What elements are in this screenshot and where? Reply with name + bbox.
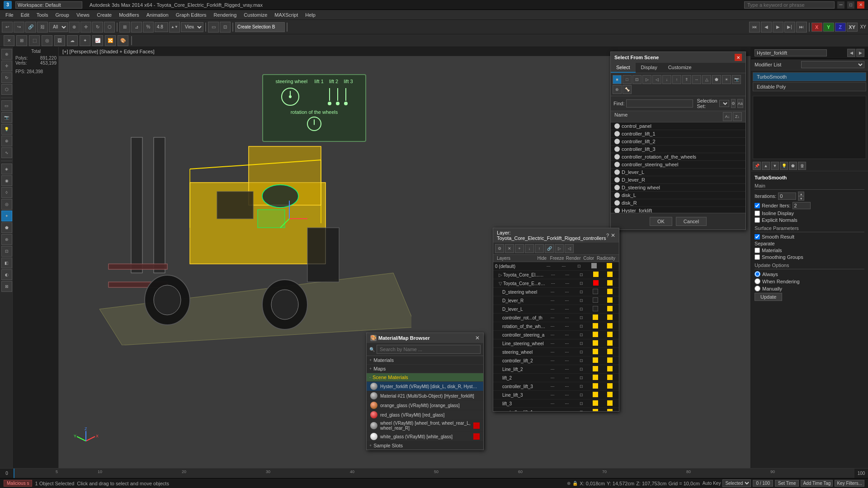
menu-rendering[interactable]: Rendering xyxy=(210,11,241,19)
tool-4[interactable]: ◎ xyxy=(1,199,12,210)
layer-help-button[interactable]: ? xyxy=(606,232,609,239)
tool-move-active[interactable]: ✦ xyxy=(1,211,12,221)
layer-item-ctrl-lift2[interactable]: controller_lift_2 --- --- ⊡ xyxy=(493,357,619,365)
tool-9[interactable]: ◐ xyxy=(1,269,12,280)
tool-6[interactable]: ⊛ xyxy=(1,234,12,245)
viewport-3d[interactable]: [+] [Perspective] [Shaded + Edged Faces]… xyxy=(59,47,750,468)
render-button[interactable]: 🖼 xyxy=(54,35,65,46)
mod-pin-btn[interactable]: 📌 xyxy=(753,162,761,170)
update-button[interactable]: Update xyxy=(755,293,782,301)
mat-browser-header[interactable]: 🎨 Material/Map Browser ✕ xyxy=(367,333,483,343)
sel-geom-btn[interactable]: △ xyxy=(702,75,711,84)
angle-snap-button[interactable]: ⊿ xyxy=(131,22,142,33)
undo-button[interactable]: ↩ xyxy=(2,22,13,33)
sel-parent-btn[interactable]: ↑ xyxy=(672,75,681,84)
layer-settings-btn[interactable]: ⚙ xyxy=(495,244,504,253)
sel-bone-btn[interactable]: 🦴 xyxy=(623,85,632,94)
next-frame-button[interactable]: ▶| xyxy=(784,22,795,33)
iter-up-btn[interactable]: ▲ xyxy=(798,192,804,196)
mod-up-btn[interactable]: ▲ xyxy=(762,162,770,170)
tool-8[interactable]: ◧ xyxy=(1,258,12,268)
scene-item-6[interactable]: D_lever_L xyxy=(611,169,745,176)
mat-search-input[interactable] xyxy=(377,345,481,354)
tool-helpers[interactable]: ⊕ xyxy=(1,136,12,146)
timeline-numbers[interactable]: 5 10 20 30 40 50 60 70 80 90 xyxy=(14,469,854,478)
play-button[interactable]: ▶ xyxy=(773,22,783,33)
curve-editor-button[interactable]: 📈 xyxy=(92,35,103,46)
sel-ancestor-btn[interactable]: ⇑ xyxy=(682,75,691,84)
find-input[interactable] xyxy=(626,99,693,108)
layer-delete-btn[interactable]: ✕ xyxy=(505,244,514,253)
layer-item-toyota-main[interactable]: ▷ Toyota_Core_El...orklift_f --- --- ⊡ xyxy=(493,271,619,279)
menu-graph-editors[interactable]: Graph Editors xyxy=(172,11,210,19)
scene-item-4[interactable]: controller_rotation_of_the_wheels xyxy=(611,153,745,161)
find-options-btn[interactable]: ⚙ xyxy=(731,99,736,108)
mat-section-materials[interactable]: + Materials xyxy=(367,356,483,365)
sel-light-btn[interactable]: ☀ xyxy=(722,75,731,84)
sort-za-btn[interactable]: Z↓ xyxy=(733,112,742,121)
sel-none-btn[interactable]: □ xyxy=(623,75,632,84)
tab-display[interactable]: Display xyxy=(636,63,663,73)
select-button[interactable]: ⊕ xyxy=(69,22,80,33)
selection-set-dropdown[interactable] xyxy=(719,100,729,107)
mat-item-5[interactable]: white_glass (VRayMtl) [white_glass] xyxy=(367,432,483,441)
cancel-button[interactable]: Cancel xyxy=(676,217,707,226)
iterations-input[interactable] xyxy=(778,192,796,200)
layer-item-rotation-wheel[interactable]: rotation_of_the_wheel --- --- ⊡ xyxy=(493,322,619,331)
snap-button[interactable]: ⊞ xyxy=(119,22,130,33)
scene-item-9[interactable]: disk_L xyxy=(611,192,745,199)
menu-animation[interactable]: Animation xyxy=(143,11,172,19)
sel-sibling-btn[interactable]: ↔ xyxy=(692,75,701,84)
isoline-checkbox[interactable] xyxy=(755,211,760,216)
layer-item-line-lift3[interactable]: Line_lift_3 --- --- ⊡ xyxy=(493,391,619,399)
redo-button[interactable]: ↪ xyxy=(14,22,24,33)
menu-create[interactable]: Create xyxy=(93,11,115,19)
layer-item-line-steering[interactable]: Line_steering_wheel --- --- ⊡ xyxy=(493,339,619,348)
y-axis-button[interactable]: Y xyxy=(823,23,834,32)
layer-item-toyota-ctrl[interactable]: ▽ Toyota_Core_E...ed_con --- --- ⊡ xyxy=(493,279,619,288)
go-start-button[interactable]: ⏮ xyxy=(749,22,760,33)
layer-item-lift3[interactable]: lift_3 --- --- ⊡ xyxy=(493,399,619,408)
prev-frame-button[interactable]: ◀ xyxy=(761,22,772,33)
select-dialog-close-button[interactable]: ✕ xyxy=(735,54,742,61)
layer-item-ctrl-steering[interactable]: controller_steering_a --- --- ⊡ xyxy=(493,331,619,339)
tool-move[interactable]: ✛ xyxy=(1,61,12,71)
menu-modifiers[interactable]: Modifiers xyxy=(115,11,143,19)
tool-select[interactable]: ⊕ xyxy=(1,49,12,60)
render-iters-checkbox[interactable] xyxy=(755,203,760,208)
tool-2[interactable]: ◉ xyxy=(1,175,12,186)
tool-7[interactable]: ⊡ xyxy=(1,246,12,257)
tab-customize[interactable]: Customize xyxy=(663,63,697,73)
layer-item-d-steering[interactable]: D_steering wheel --- --- ⊡ xyxy=(493,288,619,296)
key-filters-button[interactable]: Key Filters... xyxy=(835,480,864,487)
tool-rotate[interactable]: ↻ xyxy=(1,72,12,83)
menu-maxscript[interactable]: MAXScript xyxy=(271,11,302,19)
menu-group[interactable]: Group xyxy=(52,11,73,19)
scene-item-7[interactable]: D_lever_R xyxy=(611,176,745,184)
menu-edit[interactable]: Edit xyxy=(17,11,33,19)
scene-item-11[interactable]: Hyster_forklift xyxy=(611,207,745,213)
smooth-result-checkbox[interactable] xyxy=(755,234,760,239)
z-axis-button[interactable]: Z xyxy=(835,23,846,32)
snap-value[interactable] xyxy=(155,22,168,32)
scene-item-0[interactable]: control_panel xyxy=(611,122,745,130)
layer-item-ctrl-lift1[interactable]: controller_lift_1 --- --- ⊡ xyxy=(493,408,619,411)
scene-item-5[interactable]: controller_steering_wheel xyxy=(611,161,745,169)
sel-all-btn[interactable]: ■ xyxy=(613,75,622,84)
link-button[interactable]: 🔗 xyxy=(25,22,36,33)
explicit-normals-checkbox[interactable] xyxy=(755,217,760,223)
mat-browser-close-button[interactable]: ✕ xyxy=(475,335,480,341)
x-axis-button[interactable]: X xyxy=(811,23,822,32)
materials-checkbox[interactable] xyxy=(755,248,760,253)
scene-item-10[interactable]: disk_R xyxy=(611,199,745,207)
always-radio[interactable] xyxy=(755,271,760,277)
sel-helper-btn[interactable]: ⊕ xyxy=(613,85,622,94)
modifier-turbosmooth[interactable]: TurboSmooth xyxy=(753,72,866,81)
mat-section-scene[interactable]: - Scene Materials xyxy=(367,373,483,382)
sel-shape-btn[interactable]: ⬟ xyxy=(712,75,721,84)
cross-button[interactable]: ✕ xyxy=(4,35,14,46)
mat-item-1[interactable]: Material #21 (Multi/Sub-Object) [Hyster_… xyxy=(367,391,483,401)
mod-delete-btn[interactable]: 🗑 xyxy=(798,162,806,170)
sel-contract-btn[interactable]: ◁ xyxy=(652,75,661,84)
tool-camera[interactable]: 📷 xyxy=(1,112,12,123)
